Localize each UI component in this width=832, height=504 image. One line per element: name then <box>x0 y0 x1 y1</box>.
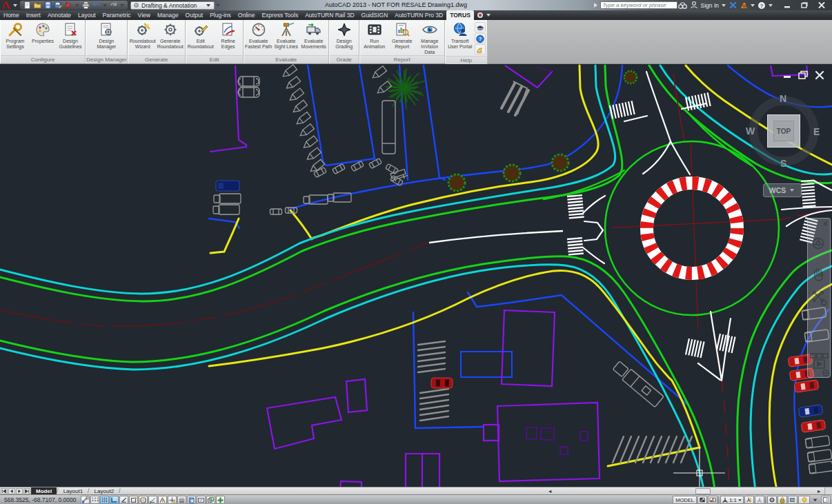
tab-autoturn-rail-3d[interactable]: AutoTURN Rail 3D <box>301 10 357 20</box>
toggle-polar-tracking[interactable] <box>119 496 128 504</box>
tab-insert[interactable]: Insert <box>23 10 44 20</box>
print-icon[interactable] <box>81 1 91 10</box>
tab-home[interactable]: Home <box>0 10 23 20</box>
tab-torus[interactable]: TORUS <box>446 10 474 20</box>
tab-layout[interactable]: Layout <box>75 10 99 20</box>
pan-hand-icon[interactable] <box>815 268 822 281</box>
undo-caret-icon[interactable] <box>103 4 107 7</box>
tab-parametric[interactable]: Parametric <box>99 10 135 20</box>
clean-screen-icon[interactable] <box>821 496 831 504</box>
workspace-gear-icon[interactable] <box>767 496 777 504</box>
drawing-canvas[interactable]: N W E S TOP WCS <box>0 64 832 487</box>
open-folder-icon[interactable] <box>32 1 43 10</box>
prev-tab-icon[interactable] <box>8 488 15 494</box>
tab-guidsign[interactable]: GuidSIGN <box>358 10 392 20</box>
tab-output[interactable]: Output <box>182 10 207 20</box>
ribbon-button-program-settings[interactable]: Program Settings <box>1 21 29 50</box>
ribbon-button-transoft-user-portal[interactable]: Transoft User Portal <box>446 21 474 50</box>
viewcube-east[interactable]: E <box>813 126 820 137</box>
first-tab-icon[interactable] <box>1 488 8 494</box>
toggle-annotation-monitor[interactable] <box>216 496 225 504</box>
ribbon-button-design-guidelines[interactable]: Design Guidelines <box>57 21 84 50</box>
viewcube-west[interactable]: W <box>746 125 755 137</box>
zoom-arrows-icon[interactable] <box>813 292 826 305</box>
ribbon-button-run-animation[interactable]: Run Animation <box>361 21 388 50</box>
help-circle-icon[interactable]: ? <box>475 33 486 43</box>
minimize-icon[interactable] <box>782 70 792 80</box>
toggle-lineweight[interactable] <box>177 496 186 504</box>
sign-in-label[interactable]: Sign In <box>701 2 719 9</box>
new-file-icon[interactable] <box>22 1 32 10</box>
workspace-switcher[interactable]: Drafting & Annotation <box>130 1 215 10</box>
plot-preview-caret-icon[interactable] <box>75 4 79 7</box>
scrollbar-thumb[interactable] <box>695 488 711 494</box>
menu-caret-icon[interactable] <box>811 496 820 504</box>
redo-caret-icon[interactable] <box>120 4 124 7</box>
annotation-visibility-icon[interactable] <box>744 496 754 504</box>
qat-customize-caret-icon[interactable] <box>216 4 220 7</box>
ribbon-button-evaluate-sight-lines[interactable]: Evaluate Sight Lines <box>273 21 300 50</box>
toggle-infer-constraints[interactable] <box>81 496 90 504</box>
layout-tab-model[interactable]: Model <box>31 487 57 495</box>
showmotion-icon[interactable] <box>811 354 828 358</box>
autodesk-lock-icon[interactable] <box>738 1 749 10</box>
layout-tab-layout1[interactable]: Layout1 <box>59 487 88 495</box>
autocad-logo[interactable] <box>0 0 12 10</box>
ribbon-button-edit-roundabout[interactable]: Edit Roundabout <box>187 21 215 50</box>
ribbon-button-evaluate-fastest-path[interactable]: Evaluate Fastest Path <box>245 21 273 50</box>
ribbon-button-generate-report[interactable]: Generate Report <box>388 21 416 50</box>
viewcube-north[interactable]: N <box>780 93 786 104</box>
toggle-ortho-mode[interactable] <box>110 496 119 504</box>
toggle-quick-properties[interactable] <box>197 496 206 504</box>
toggle-grid-display[interactable] <box>100 496 109 504</box>
ucs-indicator[interactable]: WCS <box>763 183 802 197</box>
quickview-drawings-icon[interactable] <box>708 496 717 504</box>
toggle-object-snap[interactable] <box>129 496 138 504</box>
ribbon-button-roundabout-wizard[interactable]: Roundabout Wizard <box>129 21 157 50</box>
redo-icon[interactable] <box>108 1 119 10</box>
last-tab-icon[interactable] <box>23 488 30 494</box>
app-minimize-button[interactable] <box>778 1 795 10</box>
help-caret-icon[interactable] <box>769 4 773 7</box>
toggle-transparency[interactable] <box>187 496 196 504</box>
navbar-close-icon[interactable] <box>824 222 827 225</box>
horizontal-scrollbar[interactable]: ◄ ► <box>121 487 832 495</box>
binoculars-icon[interactable] <box>677 1 689 10</box>
help-icon[interactable]: ? <box>756 1 767 10</box>
lock-icon[interactable] <box>777 496 787 504</box>
steering-wheel-icon[interactable] <box>813 239 824 249</box>
viewcube-top-face[interactable]: TOP <box>767 114 800 148</box>
app-restore-button[interactable] <box>795 1 813 10</box>
tab-annotate[interactable]: Annotate <box>44 10 75 20</box>
toggle-object-snap-tracking[interactable] <box>148 496 157 504</box>
ribbon-button-generate-roundabout[interactable]: Generate Roundabout <box>157 21 184 50</box>
tab-view[interactable]: View <box>135 10 154 20</box>
infocenter-expand-icon[interactable] <box>593 2 598 8</box>
toggle-dynamic-ucs[interactable] <box>158 496 167 504</box>
next-tab-icon[interactable] <box>16 488 23 494</box>
signin-user-icon[interactable] <box>689 1 700 10</box>
tab-overflow[interactable] <box>474 10 495 20</box>
viewcube-south[interactable]: S <box>780 158 786 169</box>
ribbon-button-manage-invision-data[interactable]: Manage InVision Data <box>416 21 444 55</box>
tab-express-tools[interactable]: Express Tools <box>258 10 301 20</box>
app-close-button[interactable] <box>813 1 830 10</box>
isolate-bulb-icon[interactable] <box>798 496 810 504</box>
toggle-snap-mode[interactable] <box>90 496 99 504</box>
restore-icon[interactable] <box>798 70 809 80</box>
toggle-dynamic-input[interactable] <box>168 496 177 504</box>
tab-online[interactable]: Online <box>235 10 259 20</box>
scroll-right-icon[interactable]: ► <box>816 488 822 494</box>
autoscale-icon[interactable] <box>755 496 764 504</box>
logo-menu-caret-icon[interactable] <box>13 4 17 7</box>
ribbon-button-evaluate-movements[interactable]: Evaluate Movements <box>300 21 328 50</box>
scroll-left-icon[interactable]: ◄ <box>547 488 553 494</box>
search-input[interactable]: Type a keyword or phrase <box>600 1 677 9</box>
tab-plug-ins[interactable]: Plug-ins <box>206 10 235 20</box>
navbar-customize-icon[interactable] <box>823 370 829 376</box>
save-as-icon[interactable] <box>53 1 63 10</box>
lock-caret-icon[interactable] <box>751 4 755 7</box>
undo-icon[interactable] <box>91 1 101 10</box>
signin-caret-icon[interactable] <box>722 4 726 7</box>
quickview-layouts-icon[interactable] <box>697 496 707 504</box>
